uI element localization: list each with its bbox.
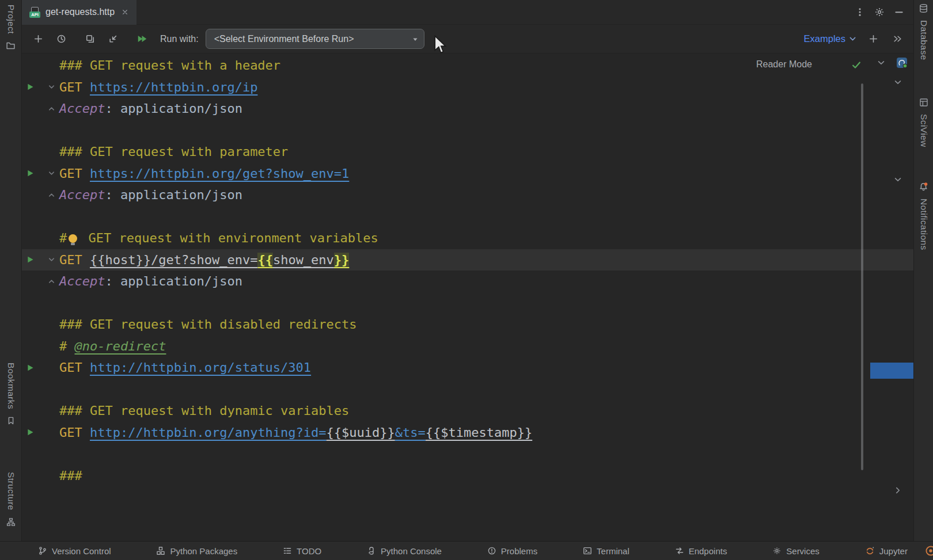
- examples-button[interactable]: Examples: [804, 33, 857, 44]
- tool-button-notifications[interactable]: Notifications: [914, 182, 933, 250]
- code-token: ### GET request with disabled redirects: [59, 317, 357, 332]
- inspections-ok-icon[interactable]: [851, 60, 862, 70]
- editor-code: ### GET request with a headerGET https:/…: [22, 54, 913, 541]
- editor-tab[interactable]: API get-requests.http: [22, 0, 136, 25]
- status-bar-items: Version ControlPython PackagesTODOPython…: [0, 546, 933, 556]
- notifications-icon: [919, 182, 928, 192]
- status-item-jupyter[interactable]: Jupyter: [865, 546, 908, 556]
- status-item-problems[interactable]: Problems: [487, 546, 537, 556]
- code-line: [22, 206, 913, 228]
- fold-marker[interactable]: [48, 170, 55, 177]
- code-text: Accept: application/json: [59, 184, 913, 206]
- request-url-link[interactable]: https://httpbin.org/get?show_env=1: [90, 166, 349, 181]
- intention-bulb-icon[interactable]: [69, 234, 77, 243]
- double-chevron-right-icon[interactable]: [889, 31, 905, 47]
- request-url-link[interactable]: &ts=: [395, 425, 426, 440]
- code-token: ### GET request with dynamic variables: [59, 403, 349, 418]
- code-token: ###: [59, 468, 82, 483]
- status-item-python-console[interactable]: Python Console: [367, 546, 442, 556]
- editor-gutter: [22, 400, 59, 422]
- fold-marker[interactable]: [48, 191, 55, 199]
- copy-icon[interactable]: [82, 31, 98, 47]
- http-client-toolbar: Run with: <Select Environment Before Run…: [22, 25, 913, 54]
- fold-marker[interactable]: [48, 256, 55, 264]
- code-token: #: [59, 339, 75, 353]
- status-item-python-packages[interactable]: Python Packages: [156, 546, 237, 556]
- kebab-menu-icon[interactable]: [855, 7, 865, 17]
- status-right-logo-icon[interactable]: [924, 544, 933, 557]
- request-url-link[interactable]: https://httpbin.org/ip: [90, 80, 257, 94]
- code-text: [59, 443, 913, 465]
- postgresql-icon[interactable]: [896, 57, 908, 68]
- code-token: show_env: [273, 253, 334, 267]
- editor-gutter: [22, 98, 59, 120]
- status-item-terminal[interactable]: Terminal: [583, 546, 629, 556]
- status-item-label: Jupyter: [879, 546, 908, 556]
- run-request-button[interactable]: [26, 256, 35, 264]
- run-request-button[interactable]: [26, 428, 35, 437]
- code-line: ### GET request with dynamic variables: [22, 400, 913, 422]
- request-url-link[interactable]: http://httpbin.org/anything?id=: [90, 425, 327, 440]
- code-token: {{$timestamp}}: [426, 425, 532, 440]
- status-item-label: Services: [786, 546, 820, 556]
- minimize-icon[interactable]: [894, 7, 904, 17]
- request-url-link[interactable]: http://httpbin.org/status/301: [90, 360, 311, 375]
- chevron-down-icon: [848, 35, 857, 43]
- code-token: GET: [59, 253, 90, 267]
- code-text: [59, 292, 913, 314]
- status-item-version-control[interactable]: Version Control: [38, 546, 111, 556]
- code-line: GET https://httpbin.org/get?show_env=1: [22, 163, 913, 185]
- editor-scrollbar[interactable]: [861, 83, 863, 470]
- run-request-button[interactable]: [26, 169, 35, 178]
- tool-window-stripe-highlight: [870, 363, 913, 379]
- import-icon[interactable]: [105, 31, 121, 47]
- environment-select[interactable]: <Select Environment Before Run>: [206, 29, 424, 49]
- code-text: GET http://httpbin.org/anything?id={{$uu…: [59, 422, 913, 444]
- tool-button-sciview[interactable]: SciView: [914, 98, 933, 147]
- tab-title: get-requests.http: [45, 7, 115, 17]
- tool-button-database[interactable]: Database: [914, 3, 933, 60]
- gear-icon[interactable]: [874, 7, 885, 17]
- editor-gutter: [22, 249, 59, 271]
- chevron-right-icon[interactable]: [893, 486, 902, 495]
- fold-marker[interactable]: [48, 105, 55, 112]
- editor-gutter: [22, 55, 59, 77]
- add-icon[interactable]: [865, 31, 881, 47]
- code-line: GET http://httpbin.org/status/301: [22, 357, 913, 379]
- status-item-services[interactable]: Services: [772, 546, 820, 556]
- tool-button-structure[interactable]: Structure: [0, 472, 21, 527]
- chevron-down-icon[interactable]: [893, 78, 902, 87]
- history-icon[interactable]: [53, 31, 69, 47]
- code-token: {{host}}/get?show_env=: [90, 253, 257, 267]
- run-request-button[interactable]: [26, 83, 35, 92]
- tool-button-label: SciView: [919, 114, 929, 147]
- code-line: [22, 379, 913, 401]
- close-icon[interactable]: [121, 8, 129, 16]
- packages-icon: [156, 546, 165, 555]
- add-request-icon[interactable]: [30, 31, 46, 47]
- run-all-requests-icon[interactable]: [134, 31, 150, 47]
- reader-mode-label[interactable]: Reader Mode: [756, 59, 812, 70]
- status-item-endpoints[interactable]: Endpoints: [675, 546, 727, 556]
- code-text: GET https://httpbin.org/ip: [59, 77, 913, 98]
- chevron-down-icon[interactable]: [893, 175, 902, 184]
- run-request-button[interactable]: [26, 363, 35, 372]
- ide-window: Project Bookmarks Structure Database Sci…: [0, 0, 933, 560]
- editor-gutter: [22, 422, 59, 444]
- chevron-down-icon[interactable]: [877, 58, 886, 67]
- code-line: Accept: application/json: [22, 184, 913, 206]
- code-text: GET {{host}}/get?show_env={{show_env}}: [59, 249, 913, 271]
- code-text: Accept: application/json: [59, 98, 913, 120]
- tool-button-project[interactable]: Project: [0, 5, 21, 51]
- editor[interactable]: ### GET request with a headerGET https:/…: [22, 54, 913, 541]
- code-text: # GET request with environment variables: [59, 227, 913, 249]
- tool-button-bookmarks[interactable]: Bookmarks: [0, 363, 21, 425]
- status-item-label: Version Control: [52, 546, 111, 556]
- fold-marker[interactable]: [48, 83, 55, 91]
- code-token: @no-redirect: [75, 339, 166, 353]
- fold-marker[interactable]: [48, 277, 55, 285]
- code-line: [22, 292, 913, 314]
- code-token: GET: [59, 80, 90, 94]
- code-token: {{$uuid}}: [327, 425, 395, 440]
- status-item-todo[interactable]: TODO: [283, 546, 321, 556]
